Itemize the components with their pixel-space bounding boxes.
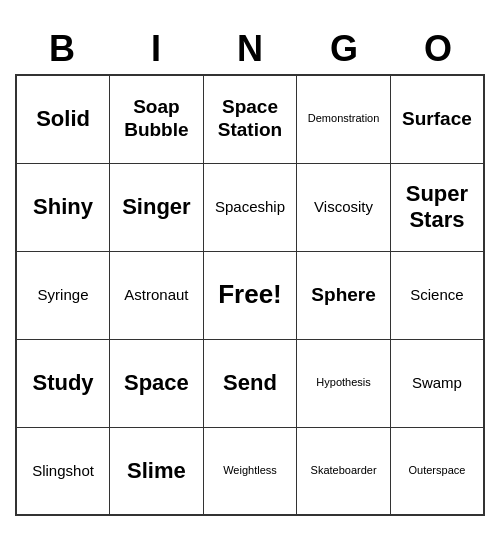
table-row: SlingshotSlimeWeightlessSkateboarderOute… bbox=[16, 427, 484, 515]
bingo-cell: Weightless bbox=[203, 427, 297, 515]
cell-text: Study bbox=[21, 370, 105, 396]
cell-text: Weightless bbox=[208, 464, 293, 477]
bingo-card: BINGO SolidSoapBubbleSpaceStationDemonst… bbox=[15, 28, 485, 516]
header-letter: B bbox=[15, 28, 109, 70]
cell-text: Spaceship bbox=[208, 198, 293, 216]
bingo-cell: SoapBubble bbox=[110, 75, 204, 163]
bingo-cell: Send bbox=[203, 339, 297, 427]
cell-text: Space bbox=[114, 370, 199, 396]
cell-text: Outerspace bbox=[395, 464, 479, 477]
bingo-cell: Space bbox=[110, 339, 204, 427]
cell-text: Send bbox=[208, 370, 293, 396]
bingo-cell: Demonstration bbox=[297, 75, 391, 163]
bingo-cell: Slime bbox=[110, 427, 204, 515]
bingo-cell: Skateboarder bbox=[297, 427, 391, 515]
cell-text: Slime bbox=[114, 458, 199, 484]
cell-text: Hypothesis bbox=[301, 376, 386, 389]
header-letter: O bbox=[391, 28, 485, 70]
table-row: SolidSoapBubbleSpaceStationDemonstration… bbox=[16, 75, 484, 163]
cell-text: Viscosity bbox=[301, 198, 386, 216]
bingo-cell: SpaceStation bbox=[203, 75, 297, 163]
cell-text: Science bbox=[395, 286, 479, 304]
cell-text: Slingshot bbox=[21, 462, 105, 480]
cell-text: Free! bbox=[208, 279, 293, 310]
bingo-cell: SuperStars bbox=[390, 163, 484, 251]
table-row: SyringeAstronautFree!SphereScience bbox=[16, 251, 484, 339]
cell-text: Swamp bbox=[395, 374, 479, 392]
header-letter: G bbox=[297, 28, 391, 70]
bingo-cell: Syringe bbox=[16, 251, 110, 339]
bingo-grid: SolidSoapBubbleSpaceStationDemonstration… bbox=[15, 74, 485, 516]
bingo-cell: Surface bbox=[390, 75, 484, 163]
bingo-cell: Study bbox=[16, 339, 110, 427]
bingo-header: BINGO bbox=[15, 28, 485, 70]
bingo-cell: Spaceship bbox=[203, 163, 297, 251]
cell-text: Singer bbox=[114, 194, 199, 220]
cell-text: SpaceStation bbox=[208, 96, 293, 142]
cell-text: Demonstration bbox=[301, 112, 386, 125]
header-letter: N bbox=[203, 28, 297, 70]
bingo-cell: Slingshot bbox=[16, 427, 110, 515]
cell-text: Surface bbox=[395, 108, 479, 131]
cell-text: Solid bbox=[21, 106, 105, 132]
table-row: ShinySingerSpaceshipViscositySuperStars bbox=[16, 163, 484, 251]
cell-text: SuperStars bbox=[395, 181, 479, 234]
bingo-cell: Science bbox=[390, 251, 484, 339]
cell-text: Syringe bbox=[21, 286, 105, 304]
table-row: StudySpaceSendHypothesisSwamp bbox=[16, 339, 484, 427]
bingo-cell: Shiny bbox=[16, 163, 110, 251]
bingo-cell: Outerspace bbox=[390, 427, 484, 515]
bingo-cell: Viscosity bbox=[297, 163, 391, 251]
bingo-cell: Sphere bbox=[297, 251, 391, 339]
bingo-cell: Astronaut bbox=[110, 251, 204, 339]
bingo-cell: Free! bbox=[203, 251, 297, 339]
bingo-cell: Swamp bbox=[390, 339, 484, 427]
cell-text: Skateboarder bbox=[301, 464, 386, 477]
bingo-cell: Hypothesis bbox=[297, 339, 391, 427]
header-letter: I bbox=[109, 28, 203, 70]
cell-text: Shiny bbox=[21, 194, 105, 220]
bingo-cell: Solid bbox=[16, 75, 110, 163]
cell-text: Sphere bbox=[301, 284, 386, 307]
bingo-cell: Singer bbox=[110, 163, 204, 251]
cell-text: Astronaut bbox=[114, 286, 199, 304]
cell-text: SoapBubble bbox=[114, 96, 199, 142]
